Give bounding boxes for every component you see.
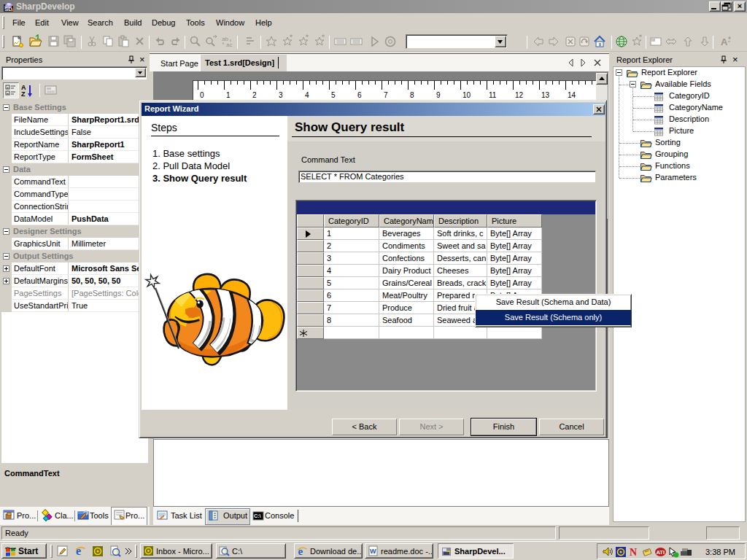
svg-text:5: 5 — [331, 91, 336, 99]
svg-text:8: 8 — [410, 91, 414, 99]
svg-text:1: 1 — [226, 91, 231, 99]
svg-text:9: 9 — [436, 91, 441, 99]
svg-text:e: e — [298, 545, 303, 556]
svg-text:12: 12 — [515, 91, 524, 99]
svg-text:A: A — [721, 36, 728, 47]
svg-text:3: 3 — [279, 91, 283, 99]
svg-text:0: 0 — [200, 91, 204, 99]
svg-text:SD: SD — [4, 6, 12, 12]
svg-text:6: 6 — [357, 91, 362, 99]
svg-text:Z: Z — [21, 90, 26, 98]
svg-text:+: + — [7, 85, 9, 90]
svg-text:+: + — [7, 91, 9, 96]
svg-text:14: 14 — [568, 91, 576, 99]
svg-text:10: 10 — [462, 91, 471, 99]
svg-text:ac: ac — [226, 42, 232, 48]
svg-text:11: 11 — [489, 91, 497, 99]
svg-text:13: 13 — [541, 91, 550, 99]
svg-text:4: 4 — [305, 91, 309, 99]
svg-text:2: 2 — [252, 91, 257, 99]
svg-text:C:\: C:\ — [254, 513, 260, 518]
svg-text:e: e — [76, 545, 81, 556]
svg-text:N: N — [630, 547, 637, 558]
svg-text:W: W — [370, 548, 376, 555]
svg-text:7: 7 — [384, 91, 388, 99]
svg-text:ATI: ATI — [657, 549, 665, 556]
